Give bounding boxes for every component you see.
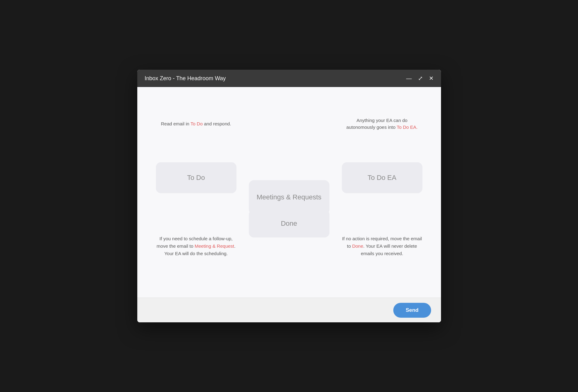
desc-bottom-right-text2: . Your EA will never delete emails you r…	[361, 243, 417, 256]
card-todo-label: To Do	[187, 174, 205, 182]
maximize-button[interactable]: ⤢	[418, 76, 423, 81]
minimize-button[interactable]: —	[406, 76, 412, 81]
card-done-label: Done	[281, 220, 297, 228]
done-link: Done	[352, 243, 363, 249]
card-todo-ea-label: To Do EA	[368, 174, 396, 182]
meeting-request-link: Meeting & Request	[195, 243, 234, 249]
send-button[interactable]: Send	[393, 303, 431, 318]
desc-top-left-text: Read email in	[161, 121, 191, 126]
close-button[interactable]: ✕	[429, 76, 434, 81]
todo-link-top: To Do	[191, 121, 203, 126]
app-window: Inbox Zero - The Headroom Way — ⤢ ✕ Read…	[137, 70, 441, 322]
card-done[interactable]: Done	[249, 210, 329, 237]
footer: Send	[137, 298, 441, 322]
desc-bottom-right: If no action is required, move the email…	[336, 232, 429, 260]
todo-ea-link-top: To Do EA.	[397, 124, 418, 130]
main-grid: Read email in To Do and respond. Anythin…	[150, 106, 429, 285]
desc-top-left: Read email in To Do and respond.	[150, 120, 243, 134]
titlebar: Inbox Zero - The Headroom Way — ⤢ ✕	[137, 70, 441, 87]
window-controls: — ⤢ ✕	[406, 76, 434, 81]
window-title: Inbox Zero - The Headroom Way	[145, 75, 226, 82]
card-todo[interactable]: To Do	[156, 162, 236, 193]
content-area: Read email in To Do and respond. Anythin…	[137, 87, 441, 298]
card-todo-ea[interactable]: To Do EA	[342, 162, 422, 193]
desc-top-right: Anything your EA can do autonomously goe…	[336, 117, 429, 137]
desc-bottom-left: If you need to schedule a follow-up, mov…	[150, 232, 243, 260]
card-meetings-label: Meetings & Requests	[257, 193, 321, 201]
card-meetings[interactable]: Meetings & Requests	[249, 180, 329, 214]
desc-top-left-suffix: and respond.	[203, 121, 231, 126]
